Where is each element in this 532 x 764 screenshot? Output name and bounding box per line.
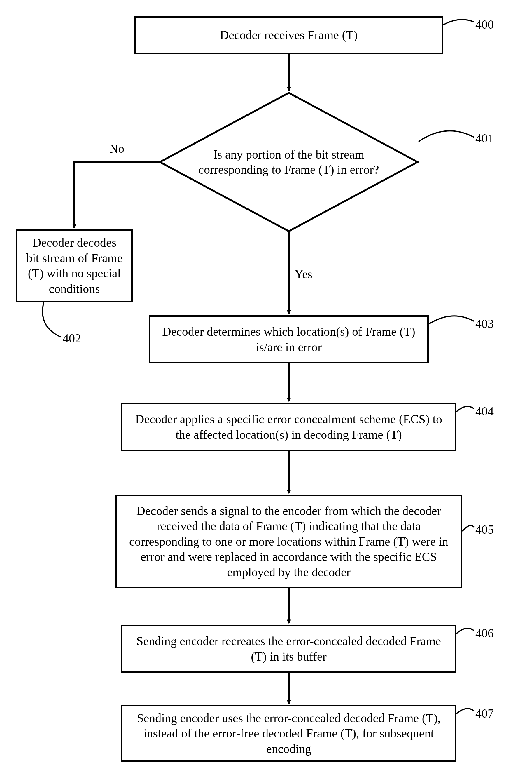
edge-label-no: No — [109, 142, 124, 156]
process-box-405: Decoder sends a signal to the encoder fr… — [115, 495, 462, 588]
process-box-403: Decoder determines which location(s) of … — [149, 315, 429, 363]
process-text: Decoder sends a signal to the encoder fr… — [125, 503, 453, 580]
ref-label-405: 405 — [475, 522, 494, 537]
process-box-406: Sending encoder recreates the error-conc… — [121, 625, 457, 673]
process-box-400: Decoder receives Frame (T) — [134, 16, 443, 54]
process-text: Decoder determines which location(s) of … — [158, 324, 419, 355]
process-text: Decoder applies a specific error conceal… — [131, 412, 447, 442]
edge-label-yes: Yes — [295, 267, 312, 281]
process-box-402: Decoder decodes bit stream of Frame (T) … — [16, 229, 133, 302]
ref-label-402: 402 — [63, 331, 81, 345]
ref-label-400: 400 — [475, 18, 494, 32]
process-text: Decoder receives Frame (T) — [220, 27, 357, 43]
process-box-404: Decoder applies a specific error conceal… — [121, 403, 457, 451]
ref-label-403: 403 — [475, 317, 494, 331]
ref-label-404: 404 — [475, 404, 494, 418]
process-text: Sending encoder recreates the error-conc… — [131, 634, 447, 664]
process-text: Decoder decodes bit stream of Frame (T) … — [26, 235, 123, 296]
ref-label-401: 401 — [475, 131, 494, 145]
ref-label-406: 406 — [475, 626, 494, 640]
decision-box-401: Is any portion of the bit stream corresp… — [159, 92, 419, 232]
process-box-407: Sending encoder uses the error-concealed… — [121, 705, 457, 762]
ref-label-407: 407 — [475, 706, 494, 720]
decision-text: Is any portion of the bit stream corresp… — [198, 147, 380, 177]
process-text: Sending encoder uses the error-concealed… — [131, 710, 447, 757]
